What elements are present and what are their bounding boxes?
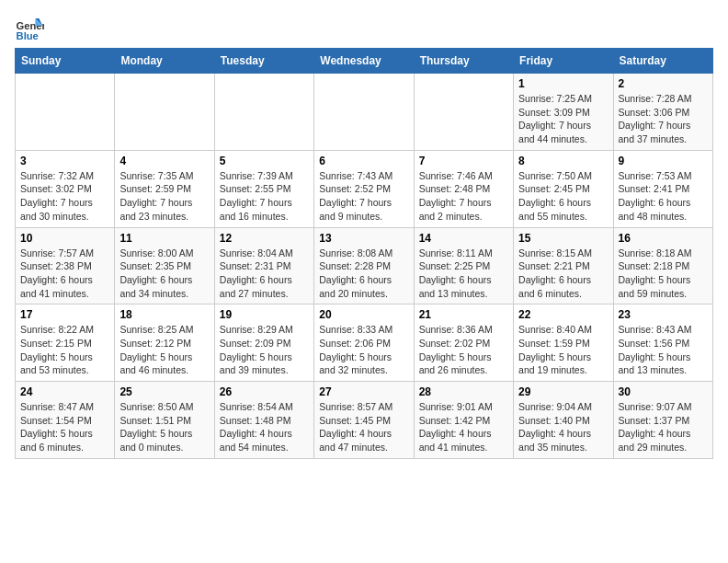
day-number: 2	[619, 77, 708, 90]
day-number: 4	[119, 155, 209, 167]
header: General Blue	[15, 15, 713, 44]
day-cell: 29Sunrise: 9:04 AM Sunset: 1:40 PM Dayli…	[514, 382, 613, 459]
day-cell: 23Sunrise: 8:43 AM Sunset: 1:56 PM Dayli…	[613, 304, 712, 382]
day-info: Sunrise: 8:22 AM Sunset: 2:15 PM Dayligh…	[20, 323, 109, 377]
day-cell: 13Sunrise: 8:08 AM Sunset: 2:28 PM Dayli…	[314, 227, 414, 304]
day-number: 10	[20, 232, 109, 245]
day-cell: 20Sunrise: 8:33 AM Sunset: 2:06 PM Dayli…	[314, 304, 414, 382]
day-number: 24	[20, 385, 109, 398]
day-cell	[314, 74, 414, 151]
day-cell: 15Sunrise: 8:15 AM Sunset: 2:21 PM Dayli…	[514, 227, 613, 304]
day-cell: 30Sunrise: 9:07 AM Sunset: 1:37 PM Dayli…	[613, 382, 712, 459]
day-cell: 28Sunrise: 9:01 AM Sunset: 1:42 PM Dayli…	[414, 382, 513, 459]
day-cell: 8Sunrise: 7:50 AM Sunset: 2:45 PM Daylig…	[514, 150, 613, 227]
day-number: 30	[619, 385, 708, 398]
day-cell: 27Sunrise: 8:57 AM Sunset: 1:45 PM Dayli…	[314, 382, 414, 459]
day-info: Sunrise: 7:25 AM Sunset: 3:09 PM Dayligh…	[518, 92, 608, 146]
day-info: Sunrise: 8:47 AM Sunset: 1:54 PM Dayligh…	[20, 400, 109, 454]
day-number: 20	[319, 308, 408, 321]
day-number: 5	[220, 155, 309, 167]
day-info: Sunrise: 9:04 AM Sunset: 1:40 PM Dayligh…	[518, 400, 608, 454]
day-cell: 26Sunrise: 8:54 AM Sunset: 1:48 PM Dayli…	[214, 382, 313, 459]
week-row-1: 3Sunrise: 7:32 AM Sunset: 3:02 PM Daylig…	[16, 150, 713, 227]
day-number: 6	[319, 155, 408, 167]
day-cell: 12Sunrise: 8:04 AM Sunset: 2:31 PM Dayli…	[214, 227, 313, 304]
calendar-body: 1Sunrise: 7:25 AM Sunset: 3:09 PM Daylig…	[16, 74, 713, 459]
week-row-0: 1Sunrise: 7:25 AM Sunset: 3:09 PM Daylig…	[16, 74, 713, 151]
weekday-header-friday: Friday	[514, 49, 613, 74]
day-cell: 16Sunrise: 8:18 AM Sunset: 2:18 PM Dayli…	[613, 227, 712, 304]
day-cell: 14Sunrise: 8:11 AM Sunset: 2:25 PM Dayli…	[414, 227, 513, 304]
day-number: 26	[220, 385, 309, 398]
day-info: Sunrise: 8:15 AM Sunset: 2:21 PM Dayligh…	[518, 247, 608, 301]
day-info: Sunrise: 8:25 AM Sunset: 2:12 PM Dayligh…	[119, 323, 209, 377]
day-info: Sunrise: 7:28 AM Sunset: 3:06 PM Dayligh…	[619, 92, 708, 146]
day-info: Sunrise: 9:07 AM Sunset: 1:37 PM Dayligh…	[619, 400, 708, 454]
weekday-header-thursday: Thursday	[414, 49, 513, 74]
week-row-4: 24Sunrise: 8:47 AM Sunset: 1:54 PM Dayli…	[16, 382, 713, 459]
day-number: 16	[619, 232, 708, 245]
day-number: 14	[419, 232, 508, 245]
weekday-header-sunday: Sunday	[16, 49, 115, 74]
day-info: Sunrise: 8:33 AM Sunset: 2:06 PM Dayligh…	[319, 323, 408, 377]
day-cell: 22Sunrise: 8:40 AM Sunset: 1:59 PM Dayli…	[514, 304, 613, 382]
day-info: Sunrise: 7:32 AM Sunset: 3:02 PM Dayligh…	[20, 169, 109, 224]
day-info: Sunrise: 8:04 AM Sunset: 2:31 PM Dayligh…	[220, 247, 309, 301]
day-number: 8	[518, 155, 608, 167]
day-info: Sunrise: 7:46 AM Sunset: 2:48 PM Dayligh…	[419, 169, 508, 224]
logo: General Blue	[15, 15, 48, 44]
calendar-table: SundayMondayTuesdayWednesdayThursdayFrid…	[15, 48, 713, 459]
day-number: 18	[119, 308, 209, 321]
day-cell: 10Sunrise: 7:57 AM Sunset: 2:38 PM Dayli…	[16, 227, 115, 304]
day-number: 15	[518, 232, 608, 245]
week-row-3: 17Sunrise: 8:22 AM Sunset: 2:15 PM Dayli…	[16, 304, 713, 382]
day-info: Sunrise: 7:50 AM Sunset: 2:45 PM Dayligh…	[518, 169, 608, 224]
day-number: 7	[419, 155, 508, 167]
day-cell: 3Sunrise: 7:32 AM Sunset: 3:02 PM Daylig…	[16, 150, 115, 227]
day-cell	[214, 74, 313, 151]
logo-icon: General Blue	[15, 15, 44, 44]
weekday-header-wednesday: Wednesday	[314, 49, 414, 74]
day-number: 22	[518, 308, 608, 321]
day-info: Sunrise: 8:29 AM Sunset: 2:09 PM Dayligh…	[220, 323, 309, 377]
weekday-header-saturday: Saturday	[613, 49, 712, 74]
day-number: 25	[119, 385, 209, 398]
day-info: Sunrise: 8:36 AM Sunset: 2:02 PM Dayligh…	[419, 323, 508, 377]
day-info: Sunrise: 8:54 AM Sunset: 1:48 PM Dayligh…	[220, 400, 309, 454]
day-number: 13	[319, 232, 408, 245]
day-number: 12	[220, 232, 309, 245]
day-info: Sunrise: 7:35 AM Sunset: 2:59 PM Dayligh…	[119, 169, 209, 224]
day-number: 9	[619, 155, 708, 167]
day-info: Sunrise: 7:43 AM Sunset: 2:52 PM Dayligh…	[319, 169, 408, 224]
day-info: Sunrise: 8:08 AM Sunset: 2:28 PM Dayligh…	[319, 247, 408, 301]
day-cell: 17Sunrise: 8:22 AM Sunset: 2:15 PM Dayli…	[16, 304, 115, 382]
day-cell: 5Sunrise: 7:39 AM Sunset: 2:55 PM Daylig…	[214, 150, 313, 227]
weekday-header-monday: Monday	[115, 49, 214, 74]
day-cell: 24Sunrise: 8:47 AM Sunset: 1:54 PM Dayli…	[16, 382, 115, 459]
day-cell: 1Sunrise: 7:25 AM Sunset: 3:09 PM Daylig…	[514, 74, 613, 151]
day-info: Sunrise: 7:57 AM Sunset: 2:38 PM Dayligh…	[20, 247, 109, 301]
day-cell	[115, 74, 214, 151]
day-cell: 9Sunrise: 7:53 AM Sunset: 2:41 PM Daylig…	[613, 150, 712, 227]
day-cell	[16, 74, 115, 151]
week-row-2: 10Sunrise: 7:57 AM Sunset: 2:38 PM Dayli…	[16, 227, 713, 304]
day-info: Sunrise: 8:57 AM Sunset: 1:45 PM Dayligh…	[319, 400, 408, 454]
day-number: 28	[419, 385, 508, 398]
day-cell: 7Sunrise: 7:46 AM Sunset: 2:48 PM Daylig…	[414, 150, 513, 227]
day-cell: 25Sunrise: 8:50 AM Sunset: 1:51 PM Dayli…	[115, 382, 214, 459]
day-cell: 19Sunrise: 8:29 AM Sunset: 2:09 PM Dayli…	[214, 304, 313, 382]
day-info: Sunrise: 8:43 AM Sunset: 1:56 PM Dayligh…	[619, 323, 708, 377]
day-cell: 2Sunrise: 7:28 AM Sunset: 3:06 PM Daylig…	[613, 74, 712, 151]
day-cell: 11Sunrise: 8:00 AM Sunset: 2:35 PM Dayli…	[115, 227, 214, 304]
day-info: Sunrise: 8:40 AM Sunset: 1:59 PM Dayligh…	[518, 323, 608, 377]
day-cell: 18Sunrise: 8:25 AM Sunset: 2:12 PM Dayli…	[115, 304, 214, 382]
day-cell	[414, 74, 513, 151]
day-info: Sunrise: 8:00 AM Sunset: 2:35 PM Dayligh…	[119, 247, 209, 301]
day-info: Sunrise: 7:53 AM Sunset: 2:41 PM Dayligh…	[619, 169, 708, 224]
day-number: 21	[419, 308, 508, 321]
day-cell: 21Sunrise: 8:36 AM Sunset: 2:02 PM Dayli…	[414, 304, 513, 382]
svg-text:Blue: Blue	[17, 30, 39, 41]
day-info: Sunrise: 8:11 AM Sunset: 2:25 PM Dayligh…	[419, 247, 508, 301]
day-number: 3	[20, 155, 109, 167]
day-cell: 6Sunrise: 7:43 AM Sunset: 2:52 PM Daylig…	[314, 150, 414, 227]
